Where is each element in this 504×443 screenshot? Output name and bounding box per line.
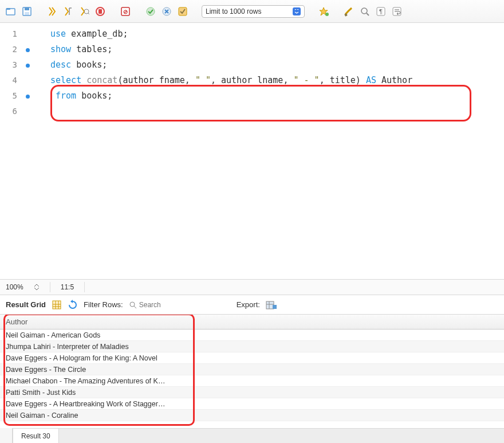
stop-icon[interactable] [94,5,107,18]
code-line[interactable]: desc books; [41,57,504,73]
row-limit-label: Limit to 1000 rows [206,7,261,15]
table-row[interactable]: Neil Gaiman - American Gods [0,330,504,341]
svg-rect-31 [273,305,277,309]
editor-statusbar: 100% 11:5 [0,279,504,295]
svg-rect-4 [25,12,29,15]
table-row[interactable]: Dave Eggers - The Circle [0,364,504,375]
search-icon [129,301,137,309]
result-tabs: Result 30 [0,428,504,443]
svg-rect-1 [6,8,10,10]
result-grid: Author Neil Gaiman - American GodsJhumpa… [0,315,504,428]
save-icon[interactable] [21,5,33,18]
table-row[interactable]: Dave Eggers - A Heartbreaking Work of St… [0,398,504,410]
svg-rect-21 [53,301,61,309]
open-file-icon[interactable] [5,5,17,18]
result-toolbar: Result Grid Filter Rows: Export: [0,295,504,315]
filter-search-input[interactable] [139,301,208,309]
svg-point-26 [130,302,135,307]
table-row[interactable]: Jhumpa Lahiri - Interpreter of Maladies [0,341,504,352]
zoom-level: 100% [6,283,23,291]
table-row[interactable]: Neil Gaiman - Coraline [0,410,504,421]
table-row[interactable]: Dave Eggers - A Hologram for the King: A… [0,352,504,364]
main-toolbar: ⊘ Limit to 1000 rows ¶ [0,0,504,23]
filter-search[interactable] [129,301,208,309]
dropdown-arrow-icon [293,7,301,15]
result-grid-label: Result Grid [6,300,46,309]
execute-current-icon[interactable] [62,5,74,18]
svg-point-14 [325,13,329,16]
wrap-icon[interactable] [391,5,403,18]
beautify-icon[interactable] [317,5,330,18]
svg-line-17 [367,13,369,15]
sql-editor[interactable]: 123456use example_db;show tables;desc bo… [0,23,504,279]
export-icon[interactable] [266,300,277,310]
row-limit-select[interactable]: Limit to 1000 rows [202,5,305,18]
table-row[interactable]: Patti Smith - Just Kids [0,387,504,398]
code-line[interactable]: from books; [41,88,504,104]
code-line[interactable]: use example_db; [41,26,504,42]
svg-line-27 [134,306,136,308]
svg-point-16 [361,8,367,14]
table-row[interactable]: Michael Chabon - The Amazing Adventures … [0,375,504,387]
filter-rows-label: Filter Rows: [84,300,123,309]
brush-icon[interactable] [342,5,355,18]
zoom-stepper[interactable] [34,284,40,291]
execute-icon[interactable] [46,5,58,18]
find-icon[interactable] [359,5,371,18]
export-label: Export: [237,300,260,309]
svg-rect-8 [99,9,102,14]
svg-rect-3 [25,7,29,10]
invisible-chars-icon[interactable]: ¶ [375,5,387,18]
svg-point-11 [147,7,155,15]
grid-view-icon[interactable] [52,300,62,310]
autocommit-icon[interactable] [176,5,189,18]
svg-line-6 [88,13,89,14]
cursor-position: 11:5 [61,283,74,291]
column-header[interactable]: Author [0,315,504,330]
code-line[interactable]: select concat(author_fname, " ", author_… [41,73,504,88]
code-line[interactable]: show tables; [41,42,504,57]
commit-icon[interactable] [144,5,157,18]
result-tab[interactable]: Result 30 [13,428,59,443]
toggle-commit-icon[interactable]: ⊘ [119,5,132,18]
refresh-icon[interactable] [68,300,78,310]
svg-text:⊘: ⊘ [123,9,128,15]
explain-icon[interactable] [78,5,90,18]
svg-text:¶: ¶ [379,8,383,15]
rollback-icon[interactable] [160,5,173,18]
